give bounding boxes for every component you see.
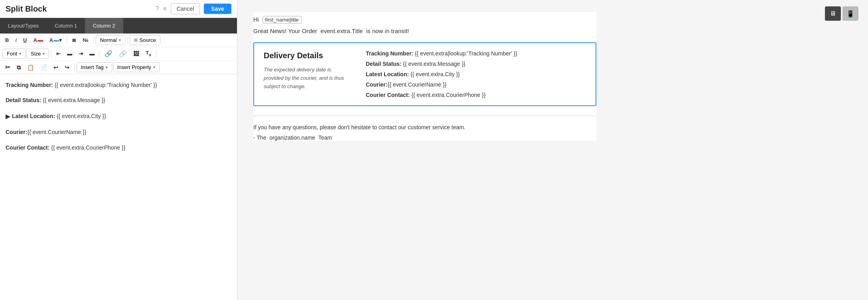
field-status: Detail Status: {{ event.extra.Message }} [366,61,588,67]
right-panel: 🖥 📱 Hi first_name|title Great News! Your… [237,0,868,300]
insert-property-arrow: ▾ [153,65,155,69]
align-right-button[interactable]: ⇥ [76,49,86,58]
order-title-var-tag: event.extra.Title [320,28,363,34]
org-name-var-tag: organization.name [269,134,315,141]
undo-button[interactable]: ↩ [51,63,61,72]
size-dropdown[interactable]: Size ▾ [26,49,49,59]
source-button[interactable]: ⊞ Source [130,35,160,45]
editor-line-2: Detail Status: {{ event.extra.Message }} [6,96,231,105]
editor-line-4: Courier:{{ event.CourierName }} [6,128,231,136]
delivery-title: Delivery Details [264,51,348,60]
insert-tag-dropdown[interactable]: Insert Tag ▾ [77,62,112,72]
align-justify-button[interactable]: ▬ [87,49,97,58]
insert-property-dropdown[interactable]: Insert Property ▾ [113,62,160,72]
page-title: Split Block [6,4,151,14]
tab-column-2[interactable]: Column 2 [85,18,123,34]
footer-text: If you have any questions, please don't … [253,124,596,130]
toolbar-row-2: Font ▾ Size ▾ ⇤ ▬ ⇥ ▬ 🔗 🔗 🖼 Tx [0,47,237,61]
toolbar-row-3: ✂ ⧉ 📋 📄 ↩ ↪ Insert Tag ▾ Insert Property… [0,61,237,74]
device-bar: 🖥 📱 [825,6,858,21]
bold-button[interactable]: B [2,36,12,44]
editor-area[interactable]: Tracking Number: {{ event.extra|lookup:'… [0,74,237,300]
first-name-var-tag: first_name|title [262,16,302,24]
editor-line-1: Tracking Number: {{ event.extra|lookup:'… [6,81,231,89]
tab-column-1[interactable]: Column 1 [47,18,85,34]
unlink-button[interactable]: 🔗 [116,49,130,59]
font-color-button[interactable]: A [30,36,45,44]
editor-line-5: Courier Contact: {{ event.extra.CourierP… [6,143,231,152]
list-ordered-button[interactable]: № [80,36,91,44]
copy-button[interactable]: ⧉ [14,63,24,72]
list-unordered-button[interactable]: ≣ [69,36,79,44]
cut-button[interactable]: ✂ [2,63,13,72]
paste-button[interactable]: 📋 [24,63,37,72]
mobile-view-button[interactable]: 📱 [842,6,858,21]
format-dropdown-arrow: ▾ [119,38,121,42]
title-bar: Split Block ? ≡ Cancel Save [0,0,237,18]
field-courier: Courier:{{ event.CourierName }} [366,81,588,88]
size-dropdown-arrow: ▾ [43,51,45,56]
preview-footer: If you have any questions, please don't … [253,116,596,141]
help-icon[interactable]: ? [155,5,159,12]
field-courier-contact: Courier Contact: {{ event.extra.CourierP… [366,92,588,98]
delivery-left: Delivery Details The expected delivery d… [254,43,358,105]
source-icon: ⊞ [134,38,138,43]
underline-button[interactable]: U [20,36,30,44]
link-button[interactable]: 🔗 [102,49,115,59]
tab-layout-types[interactable]: Layout/Types [0,18,47,34]
preview-greeting: Hi first_name|title [253,12,596,26]
left-panel: Split Block ? ≡ Cancel Save Layout/Types… [0,0,237,300]
delivery-table: Delivery Details The expected delivery d… [253,42,596,106]
cancel-button[interactable]: Cancel [171,3,200,14]
preview-subtitle: Great News! Your Order event.extra.Title… [253,26,596,42]
format-dropdown[interactable]: Normal ▾ [96,35,125,45]
footer-sign-line: - The organization.name Team [253,134,596,141]
desktop-view-button[interactable]: 🖥 [825,6,841,21]
field-tracking: Tracking Number: {{ event.extra|lookup:'… [366,50,588,57]
image-button[interactable]: 🖼 [130,49,142,58]
delivery-right: Tracking Number: {{ event.extra|lookup:'… [358,43,596,105]
font-dropdown-arrow: ▾ [19,51,21,56]
cursor-caret: ▶ [6,111,10,122]
align-left-button[interactable]: ⇤ [53,49,63,58]
tab-bar: Layout/Types Column 1 Column 2 [0,18,237,34]
clear-format-button[interactable]: Tx [143,49,154,58]
toolbar-row-1: B I U A A▾ ≣ № Normal ▾ ⊞ Source [0,34,237,47]
font-dropdown[interactable]: Font ▾ [2,49,26,59]
editor-line-3: ▶ Latest Location: {{ event.extra.City }… [6,111,231,122]
preview-body: Hi first_name|title Great News! Your Ord… [253,12,596,141]
align-center-button[interactable]: ▬ [64,49,75,58]
save-button[interactable]: Save [204,4,231,14]
toolbar: B I U A A▾ ≣ № Normal ▾ ⊞ Source Font ▾ [0,34,237,74]
paste-text-button[interactable]: 📄 [37,63,50,72]
redo-button[interactable]: ↪ [62,63,72,72]
italic-button[interactable]: I [12,36,20,44]
menu-icon[interactable]: ≡ [163,5,166,12]
field-location: Latest Location: {{ event.extra.City }} [366,71,588,77]
delivery-description: The expected delivery date is provided b… [264,66,348,91]
bg-color-button[interactable]: A▾ [47,36,65,44]
insert-tag-arrow: ▾ [106,65,108,69]
